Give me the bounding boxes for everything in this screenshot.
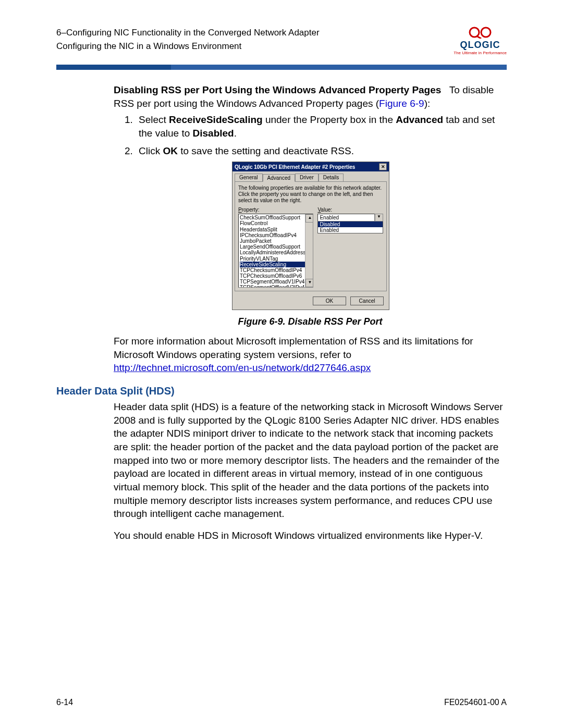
s2-t2: to save the setting and deactivate RSS. — [178, 145, 354, 156]
main-content: Disabling RSS per Port Using the Windows… — [56, 83, 507, 542]
header-rule — [56, 65, 507, 70]
svg-line-2 — [476, 36, 481, 39]
header-text: 6–Configuring NIC Functionality in the C… — [56, 26, 320, 53]
property-item[interactable]: JumboPacket — [240, 238, 312, 244]
hds-para-1: Header data split (HDS) is a feature of … — [114, 400, 507, 521]
value-label: Value: — [317, 207, 383, 213]
s2-b1: OK — [163, 145, 178, 156]
more-info-text: For more information about Microsoft imp… — [114, 336, 473, 360]
step-1: Select ReceiveSideScaling under the Prop… — [136, 113, 507, 140]
logo-mark-icon — [467, 26, 493, 39]
scroll-down-icon[interactable]: ▼ — [305, 279, 313, 287]
s1-b3: Disabled — [193, 128, 234, 139]
s1-b1: ReceiveSideScaling — [169, 114, 263, 125]
s1-t4: . — [234, 128, 237, 139]
scrollbar[interactable]: ▲ ▼ — [305, 214, 313, 287]
document-page: 6–Configuring NIC Functionality in the C… — [0, 0, 563, 728]
technet-link[interactable]: http://technet.microsoft.com/en-us/netwo… — [114, 362, 371, 373]
value-option[interactable]: Enabled — [318, 227, 383, 233]
property-label: Property: — [238, 207, 313, 213]
ok-button[interactable]: OK — [313, 297, 346, 305]
s1-t2: under the Property box in the — [263, 114, 396, 125]
property-item[interactable]: LargeSendOffloadSupport — [240, 244, 312, 250]
page-footer: 6-14 FE0254601-00 A — [56, 698, 507, 707]
figure-reference[interactable]: Figure 6-9 — [379, 98, 424, 109]
step-2: Click OK to save the setting and deactiv… — [136, 144, 507, 158]
qlogic-logo: QLOGIC The Ultimate in Performance — [454, 26, 507, 55]
property-item[interactable]: TCPChecksumOffloadIPv6 — [240, 273, 312, 279]
value-current: Enabled — [317, 214, 375, 221]
property-item[interactable]: LocallyAdministeredAddress — [240, 250, 312, 255]
section-hds-title: Header Data Split (HDS) — [56, 385, 507, 397]
value-option[interactable]: Disabled — [318, 221, 383, 227]
intro-paragraph: Disabling RSS per Port Using the Windows… — [114, 83, 507, 110]
figure-caption: Figure 6-9. Disable RSS Per Port — [114, 316, 507, 327]
property-item[interactable]: TCPSegmentOffloadV1IPv4 — [240, 279, 312, 285]
tab-driver[interactable]: Driver — [295, 174, 319, 181]
dialog-tabs: General Advanced Driver Details — [235, 174, 387, 181]
logo-brand: QLOGIC — [454, 40, 507, 51]
s1-b2: Advanced — [396, 114, 443, 125]
page-header: 6–Configuring NIC Functionality in the C… — [56, 26, 507, 55]
property-item[interactable]: FlowControl — [240, 220, 312, 226]
s2-t1: Click — [139, 145, 163, 156]
property-item[interactable]: TCPChecksumOffloadIPv4 — [240, 267, 312, 273]
tab-advanced[interactable]: Advanced — [263, 174, 295, 182]
property-item[interactable]: HeaderdataSplit — [240, 227, 312, 232]
chevron-down-icon[interactable]: ▼ — [375, 214, 383, 221]
property-item[interactable]: TCPSegmentOffloadV2IPv4 — [240, 285, 312, 288]
logo-tagline: The Ultimate in Performance — [454, 51, 507, 55]
svg-point-1 — [481, 28, 491, 37]
dialog-titlebar[interactable]: QLogic 10Gb PCI Ethernet Adapter #2 Prop… — [232, 162, 389, 171]
dialog-body: The following properties are available f… — [235, 181, 387, 291]
intro-title: Disabling RSS per Port Using the Windows… — [114, 84, 441, 95]
more-info-para: For more information about Microsoft imp… — [114, 335, 507, 375]
property-item[interactable]: PriorityVLANTag — [240, 256, 312, 262]
property-listbox[interactable]: CheckSumOffloadSupportFlowControlHeaderd… — [238, 214, 313, 288]
steps-list: Select ReceiveSideScaling under the Prop… — [114, 113, 507, 157]
header-line2: Configuring the NIC in a Windows Environ… — [56, 40, 320, 53]
svg-point-0 — [470, 28, 479, 37]
properties-dialog: QLogic 10Gb PCI Ethernet Adapter #2 Prop… — [232, 162, 389, 310]
intro-close: ): — [424, 98, 431, 109]
property-item[interactable]: ReceiveSideScaling — [240, 262, 312, 267]
header-line1: 6–Configuring NIC Functionality in the C… — [56, 26, 320, 40]
tab-general[interactable]: General — [235, 174, 263, 181]
cancel-button[interactable]: Cancel — [350, 297, 384, 305]
hds-para-2: You should enable HDS in Microsoft Windo… — [114, 529, 507, 542]
dialog-title: QLogic 10Gb PCI Ethernet Adapter #2 Prop… — [235, 164, 355, 170]
s1-t1: Select — [139, 114, 169, 125]
value-combobox[interactable]: Enabled ▼ — [317, 214, 383, 221]
close-icon[interactable]: ✕ — [379, 163, 387, 170]
value-dropdown-list[interactable]: DisabledEnabled — [317, 221, 383, 233]
dialog-description: The following properties are available f… — [238, 185, 383, 204]
page-number: 6-14 — [56, 698, 73, 707]
doc-id: FE0254601-00 A — [444, 698, 507, 707]
tab-details[interactable]: Details — [319, 174, 344, 181]
dialog-figure: QLogic 10Gb PCI Ethernet Adapter #2 Prop… — [232, 162, 388, 310]
property-item[interactable]: IPChecksumOffloadIPv4 — [240, 232, 312, 238]
scroll-up-icon[interactable]: ▲ — [305, 214, 313, 223]
property-item[interactable]: CheckSumOffloadSupport — [240, 215, 312, 220]
